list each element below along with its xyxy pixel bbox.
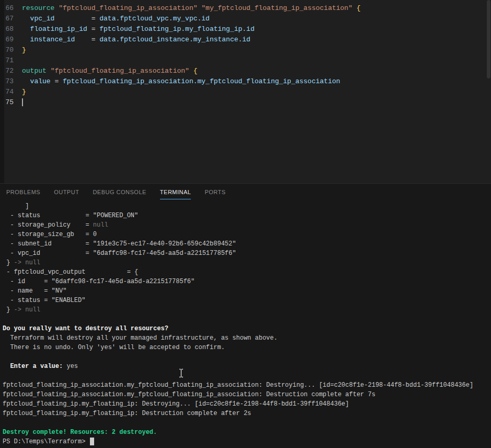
terminal-line: - name = "NV" [3,286,491,296]
editor-cursor [22,98,23,106]
panel-tab-bar: PROBLEMSOUTPUTDEBUG CONSOLETERMINALPORTS [0,184,491,199]
terminal-prompt-line: PS D:\Temps\Terraform> [3,437,491,446]
code-text: output "fptcloud_floating_ip_association… [22,66,198,76]
terminal-line: fptcloud_floating_ip_association.my_fptc… [3,390,491,399]
code-line[interactable]: 74} [0,87,491,97]
code-text: vpc_id = data.fptcloud_vpc.my_vpc.id [22,14,210,24]
panel-tab-problems[interactable]: PROBLEMS [6,184,40,199]
code-text: instance_id = data.fptcloud_instance.my_… [22,35,250,45]
terminal-line: } -> null [3,305,491,315]
code-line[interactable]: 72output "fptcloud_floating_ip_associati… [0,66,491,76]
terminal-line: There is no undo. Only 'yes' will be acc… [3,343,491,352]
code-line[interactable]: 68 floating_ip_id = fptcloud_floating_ip… [0,24,491,35]
editor-scrollbar[interactable] [487,0,490,79]
code-text: floating_ip_id = fptcloud_floating_ip.my… [22,24,255,35]
terminal-line: - status = "ENABLED" [3,296,491,305]
terminal-line: - storage_policy = null [3,220,491,230]
terminal-line: fptcloud_floating_ip_association.my_fptc… [3,380,491,390]
terminal-line: fptcloud_floating_ip.my_floating_ip: Des… [3,409,491,418]
terminal-output: ] - status = "POWERED_ON" - storage_poli… [3,201,491,437]
terminal-line: - subnet_id = "191e3c75-ec17-4e40-92b6-6… [3,239,491,249]
code-text: } [22,45,26,55]
code-text: value = fptcloud_floating_ip_association… [22,76,340,87]
terminal-cursor [90,438,94,445]
terminal-line: Destroy complete! Resources: 2 destroyed… [3,428,491,437]
code-line[interactable]: 69 instance_id = data.fptcloud_instance.… [0,35,491,45]
terminal[interactable]: ] - status = "POWERED_ON" - storage_poli… [0,199,491,448]
terminal-line: ] [3,201,491,211]
code-line[interactable]: 73 value = fptcloud_floating_ip_associat… [0,76,491,87]
code-line[interactable]: 70} [0,45,491,55]
terminal-line: fptcloud_floating_ip.my_floating_ip: Des… [3,399,491,409]
terminal-line: - status = "POWERED_ON" [3,211,491,220]
code-line[interactable]: 75 [0,97,491,108]
terminal-prompt: PS D:\Temps\Terraform> [3,438,89,445]
code-text: resource "fptcloud_floating_ip_associati… [22,3,361,14]
panel-tab-debug-console[interactable]: DEBUG CONSOLE [93,184,146,199]
panel-tab-ports[interactable]: PORTS [204,184,225,199]
terminal-line: - id = "6daffc98-fc17-4e5d-aa5d-a2215177… [3,277,491,286]
editor-left-edge [0,0,4,183]
terminal-line: Enter a value: yes [3,362,491,371]
terminal-line: Terraform will destroy all your managed … [3,333,491,343]
code-text: } [22,87,26,97]
terminal-line: - storage_size_gb = 0 [3,230,491,239]
terminal-line [3,315,491,324]
terminal-line: - fptcloud_vpc_output = { [3,267,491,277]
panel-tab-terminal[interactable]: TERMINAL [160,184,191,199]
terminal-line [3,352,491,362]
code-editor[interactable]: 66resource "fptcloud_floating_ip_associa… [0,0,491,183]
code-line[interactable]: 66resource "fptcloud_floating_ip_associa… [0,3,491,14]
code-line[interactable]: 67 vpc_id = data.fptcloud_vpc.my_vpc.id [0,14,491,24]
terminal-line [3,371,491,380]
panel-tab-output[interactable]: OUTPUT [54,184,79,199]
code-text [22,97,23,108]
code-line[interactable]: 71 [0,55,491,66]
terminal-line: Do you really want to destroy all resour… [3,324,491,333]
vscode-window: 66resource "fptcloud_floating_ip_associa… [0,0,491,448]
editor-lines: 66resource "fptcloud_floating_ip_associa… [0,0,491,108]
bottom-panel: PROBLEMSOUTPUTDEBUG CONSOLETERMINALPORTS… [0,183,491,448]
terminal-line [3,418,491,428]
terminal-line: - vpc_id = "6daffc98-fc17-4e5d-aa5d-a221… [3,249,491,258]
terminal-line: } -> null [3,258,491,267]
